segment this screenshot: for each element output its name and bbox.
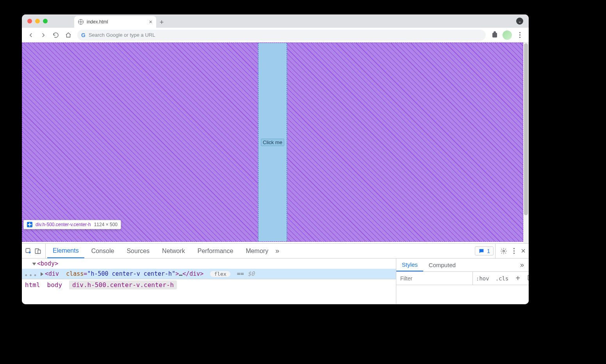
tab-styles[interactable]: Styles <box>396 259 423 271</box>
cls-toggle[interactable]: .cls <box>492 275 512 282</box>
hov-toggle[interactable]: :hov <box>473 275 492 282</box>
scrollbar-thumb[interactable] <box>524 43 528 215</box>
elements-tree[interactable]: <body> ••• <div class="h-500 center-v ce… <box>22 259 396 304</box>
tooltip-selector: div.h-500.center-v.center-h <box>36 222 91 227</box>
address-bar-placeholder: Search Google or type a URL <box>89 32 155 38</box>
issues-badge[interactable]: 1 <box>475 246 494 255</box>
ellipsis-icon[interactable]: ••• <box>24 272 38 279</box>
expand-triangle-icon[interactable] <box>41 272 43 276</box>
svg-rect-4 <box>528 275 529 280</box>
more-tabs-icon[interactable]: » <box>275 247 279 255</box>
dom-div-node[interactable]: <div class="h-500 center-v center-h">…</… <box>22 269 396 279</box>
back-button[interactable] <box>25 29 37 41</box>
crumb-div[interactable]: div.h-500.center-v.center-h <box>69 280 177 289</box>
puzzle-icon <box>492 32 498 38</box>
forward-button[interactable] <box>37 29 49 41</box>
tab-strip: index.html × + ⌄ <box>22 14 529 28</box>
tab-network[interactable]: Network <box>157 244 191 258</box>
page-viewport: Click me div.h-500.center-v.center-h 112… <box>22 43 529 243</box>
more-styles-tabs-icon[interactable]: » <box>515 261 529 269</box>
tooltip-dimensions: 1124 × 500 <box>94 222 118 227</box>
home-button[interactable] <box>62 29 74 41</box>
styles-toolbar: :hov .cls + <box>396 272 529 285</box>
crumb-body[interactable]: body <box>47 281 62 289</box>
scrollbar-track[interactable] <box>523 43 529 243</box>
close-window-icon[interactable] <box>27 19 32 23</box>
element-inspect-tooltip: div.h-500.center-v.center-h 1124 × 500 <box>23 220 121 229</box>
devtools-menu-icon[interactable] <box>513 248 515 254</box>
svg-point-3 <box>503 250 505 252</box>
tab-elements[interactable]: Elements <box>47 244 84 258</box>
devtools-panel: Elements Console Sources Network Perform… <box>22 243 529 304</box>
globe-icon <box>78 19 84 25</box>
tab-title: index.html <box>87 19 108 25</box>
issues-count: 1 <box>487 248 490 254</box>
google-icon: G <box>81 32 86 38</box>
svg-rect-2 <box>38 250 41 253</box>
devtools-body: <body> ••• <div class="h-500 center-v ce… <box>22 259 529 304</box>
flex-container-overlay: Click me <box>22 43 523 242</box>
device-toggle-icon[interactable] <box>34 248 41 255</box>
browser-window: index.html × + ⌄ G Search Google or type… <box>22 14 529 304</box>
gear-icon[interactable] <box>500 248 507 255</box>
window-controls <box>26 14 50 28</box>
flex-item-overlay: Click me <box>258 43 287 241</box>
tab-computed[interactable]: Computed <box>423 259 461 271</box>
tab-memory[interactable]: Memory <box>240 244 274 258</box>
crumb-html[interactable]: html <box>25 281 40 289</box>
kebab-icon <box>519 32 520 38</box>
browser-menu-button[interactable] <box>514 29 526 41</box>
new-style-rule-button[interactable]: + <box>512 274 524 283</box>
close-tab-icon[interactable]: × <box>149 19 152 25</box>
flex-badge-icon <box>27 222 32 227</box>
new-tab-button[interactable]: + <box>156 17 167 28</box>
tab-sources[interactable]: Sources <box>121 244 155 258</box>
close-devtools-icon[interactable]: × <box>521 246 526 255</box>
expand-triangle-icon[interactable] <box>32 262 36 265</box>
styles-filter-input[interactable] <box>396 272 473 285</box>
profile-button[interactable] <box>501 29 513 41</box>
flex-pill[interactable]: flex <box>210 271 230 277</box>
browser-toolbar: G Search Google or type a URL <box>22 28 529 43</box>
computed-panel-toggle-icon[interactable] <box>524 274 529 283</box>
click-me-button[interactable]: Click me <box>261 139 284 146</box>
browser-tab[interactable]: index.html × <box>74 16 156 28</box>
reload-button[interactable] <box>50 29 62 41</box>
tab-list-button[interactable]: ⌄ <box>516 18 523 25</box>
breadcrumb: html body div.h-500.center-v.center-h <box>22 279 396 291</box>
maximize-window-icon[interactable] <box>43 19 48 23</box>
tab-console[interactable]: Console <box>86 244 120 258</box>
tab-performance[interactable]: Performance <box>192 244 239 258</box>
styles-tab-bar: Styles Computed » <box>396 259 529 272</box>
extensions-button[interactable] <box>489 29 501 41</box>
inspect-element-icon[interactable] <box>25 248 32 255</box>
minimize-window-icon[interactable] <box>35 19 40 23</box>
avatar-icon <box>503 30 512 40</box>
chat-icon <box>478 248 485 254</box>
devtools-tab-bar: Elements Console Sources Network Perform… <box>22 244 529 259</box>
address-bar[interactable]: G Search Google or type a URL <box>77 30 486 41</box>
styles-panel: Styles Computed » :hov .cls + <box>396 259 529 304</box>
dom-body-node[interactable]: <body> <box>22 259 396 269</box>
